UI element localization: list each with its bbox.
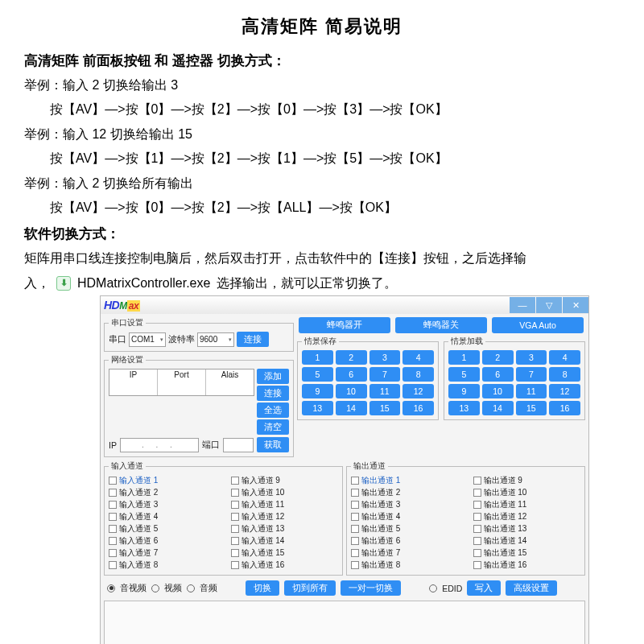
checkbox-icon [351, 549, 359, 557]
scene-load-9[interactable]: 9 [448, 384, 480, 398]
one-to-one-button[interactable]: 一对一切换 [341, 580, 401, 596]
input-channel-15[interactable]: 输入通道 15 [231, 547, 339, 559]
output-channel-5[interactable]: 输出通道 5 [351, 523, 459, 535]
output-channel-7[interactable]: 输出通道 7 [351, 547, 459, 559]
output-channel-15[interactable]: 输出通道 15 [473, 547, 581, 559]
scene-save-7[interactable]: 7 [369, 367, 401, 382]
titlebar[interactable]: HDMax — ▽ ✕ [101, 296, 588, 314]
input-channel-2[interactable]: 输入通道 2 [109, 487, 217, 498]
input-channel-7[interactable]: 输入通道 7 [109, 547, 217, 559]
checkbox-icon [109, 549, 117, 557]
section1-title: 高清矩阵 前面板按钮 和 遥控器 切换方式： [24, 52, 620, 70]
port-combo[interactable]: COM1▾ [129, 332, 166, 347]
scene-load-1[interactable]: 1 [448, 350, 480, 365]
switch-button[interactable]: 切换 [246, 580, 279, 596]
select-all-button[interactable]: 全选 [257, 402, 289, 418]
output-channel-11[interactable]: 输出通道 11 [473, 499, 581, 510]
get-button[interactable]: 获取 [257, 437, 289, 452]
scene-load-16[interactable]: 16 [549, 401, 580, 415]
port-input[interactable] [223, 438, 254, 452]
scene-save-group: 情景保存 12345678910111213141516 [297, 336, 439, 420]
output-channel-13[interactable]: 输出通道 13 [473, 523, 581, 535]
scene-load-2[interactable]: 2 [482, 350, 514, 365]
scene-save-16[interactable]: 16 [402, 401, 434, 415]
checkbox-icon [351, 561, 359, 569]
scene-load-11[interactable]: 11 [516, 384, 547, 398]
checkbox-icon [231, 561, 239, 569]
scene-save-3[interactable]: 3 [369, 350, 401, 365]
write-button[interactable]: 写入 [467, 580, 501, 596]
output-channel-6[interactable]: 输出通道 6 [351, 535, 459, 547]
scene-load-14[interactable]: 14 [482, 401, 514, 415]
output-channel-3[interactable]: 输出通道 3 [351, 499, 459, 510]
output-channel-12[interactable]: 输出通道 12 [473, 511, 581, 522]
scene-save-4[interactable]: 4 [402, 350, 434, 365]
scene-save-6[interactable]: 6 [336, 367, 367, 382]
vga-auto-button[interactable]: VGA Auto [492, 317, 584, 333]
output-channel-16[interactable]: 输出通道 16 [473, 559, 581, 571]
network-table[interactable]: IP Port Alais [109, 369, 254, 396]
output-channel-4[interactable]: 输出通道 4 [351, 511, 459, 522]
scene-save-15[interactable]: 15 [369, 401, 401, 415]
input-channel-8[interactable]: 输入通道 8 [109, 559, 217, 571]
scene-load-4[interactable]: 4 [549, 350, 580, 365]
scene-save-5[interactable]: 5 [302, 367, 333, 382]
input-channel-3[interactable]: 输入通道 3 [109, 499, 217, 510]
input-channel-4[interactable]: 输入通道 4 [109, 511, 217, 522]
scene-save-1[interactable]: 1 [302, 350, 333, 365]
buzzer-off-button[interactable]: 蜂鸣器关 [395, 317, 487, 333]
scene-save-14[interactable]: 14 [336, 401, 367, 415]
scene-load-6[interactable]: 6 [482, 367, 514, 382]
link-button[interactable]: 连接 [257, 386, 289, 401]
scene-save-12[interactable]: 12 [402, 384, 434, 398]
scene-load-7[interactable]: 7 [516, 367, 547, 382]
output-channel-1[interactable]: 输出通道 1 [351, 475, 459, 486]
buzzer-on-button[interactable]: 蜂鸣器开 [299, 317, 390, 333]
ip-input[interactable]: . . . [120, 438, 199, 452]
scene-save-8[interactable]: 8 [402, 367, 434, 382]
input-channel-1[interactable]: 输入通道 1 [109, 475, 217, 486]
input-channel-14[interactable]: 输入通道 14 [231, 535, 339, 547]
input-channel-12[interactable]: 输入通道 12 [231, 511, 339, 522]
checkbox-icon [351, 537, 359, 545]
input-channel-13[interactable]: 输入通道 13 [231, 523, 339, 535]
scene-save-2[interactable]: 2 [336, 350, 367, 365]
minimize-button[interactable]: — [510, 297, 535, 313]
scene-save-11[interactable]: 11 [369, 384, 401, 398]
connect-button[interactable]: 连接 [237, 332, 269, 347]
output-channel-9[interactable]: 输出通道 9 [473, 475, 581, 486]
scene-load-group: 情景加载 12345678910111213141516 [444, 336, 585, 420]
scene-save-9[interactable]: 9 [302, 384, 333, 398]
scene-load-13[interactable]: 13 [448, 401, 480, 415]
input-channel-9[interactable]: 输入通道 9 [231, 475, 339, 486]
input-channel-16[interactable]: 输入通道 16 [231, 559, 339, 571]
add-button[interactable]: 添加 [257, 369, 289, 384]
output-channel-2[interactable]: 输出通道 2 [351, 487, 459, 498]
output-channel-14[interactable]: 输出通道 14 [473, 535, 581, 547]
switch-all-button[interactable]: 切到所有 [284, 580, 336, 596]
input-channel-6[interactable]: 输入通道 6 [109, 535, 217, 547]
close-button[interactable]: ✕ [563, 297, 588, 313]
output-channel-8[interactable]: 输出通道 8 [351, 559, 459, 571]
input-channel-5[interactable]: 输入通道 5 [109, 523, 217, 535]
radio-audio[interactable] [187, 584, 195, 592]
baud-combo[interactable]: 9600▾ [197, 332, 234, 347]
scene-save-10[interactable]: 10 [336, 384, 367, 398]
radio-video[interactable] [151, 584, 159, 592]
scene-load-10[interactable]: 10 [482, 384, 514, 398]
radio-av[interactable] [107, 584, 115, 592]
input-channel-11[interactable]: 输入通道 11 [231, 499, 339, 510]
advanced-button[interactable]: 高级设置 [506, 580, 557, 596]
scene-save-13[interactable]: 13 [302, 401, 333, 415]
clear-button[interactable]: 清空 [257, 419, 289, 435]
radio-edid[interactable] [429, 584, 437, 592]
output-channel-10[interactable]: 输出通道 10 [473, 487, 581, 498]
scene-load-3[interactable]: 3 [516, 350, 547, 365]
input-channel-10[interactable]: 输入通道 10 [231, 487, 339, 498]
port2-label: 端口 [202, 440, 220, 451]
restore-button[interactable]: ▽ [536, 297, 562, 313]
scene-load-8[interactable]: 8 [549, 367, 580, 382]
scene-load-5[interactable]: 5 [448, 367, 480, 382]
scene-load-12[interactable]: 12 [549, 384, 580, 398]
scene-load-15[interactable]: 15 [516, 401, 547, 415]
